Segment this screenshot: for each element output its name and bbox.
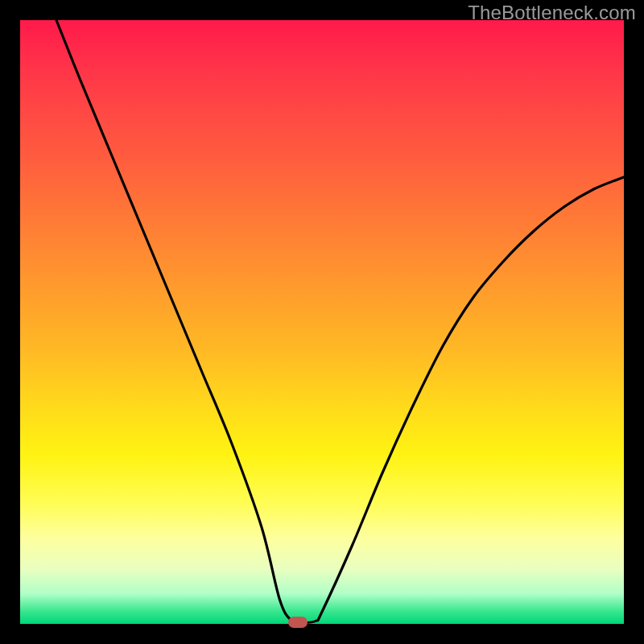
plot-area (20, 20, 624, 624)
bottleneck-curve (20, 20, 624, 624)
optimal-point-marker (288, 617, 308, 628)
chart-frame: TheBottleneck.com (0, 0, 644, 644)
